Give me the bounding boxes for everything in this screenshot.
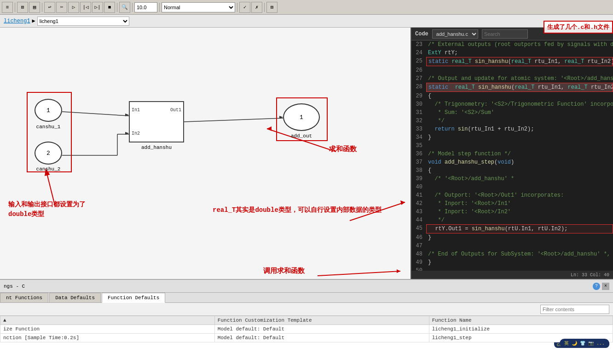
code-content[interactable]: 23 /* External outputs (root outports fe… [411,40,613,271]
row-1-col-1: Model default: Default [214,334,429,342]
toolbar-btn-undo[interactable]: ↩ [44,2,55,13]
breadcrumb-model[interactable]: licheng1 [4,18,30,24]
toolbar-btn-2[interactable]: ⊞ [17,2,28,13]
tab-nt-functions[interactable]: nt Functions [0,293,48,302]
code-line-35: 35 [411,142,613,150]
toolbar-btn-step-fwd[interactable]: ▷| [92,2,103,13]
sep-2 [42,3,42,12]
block-add-hanshu[interactable]: In1 Out1 In2 [129,101,184,142]
toolbar-btn-cut[interactable]: ✂ [56,2,67,13]
code-line-48: 48 /* End of Outputs for SubSystem: '<Ro… [411,250,613,258]
code-search-input[interactable] [482,29,528,39]
code-line-40: 40 [411,183,613,191]
canvas-area[interactable]: 1 canshu_1 2 canshu_2 In1 Out1 In2 add_h… [0,28,411,279]
toolbar-btn-check[interactable]: ✓ [239,2,250,13]
breadcrumb-arrow: ▶ [32,17,35,24]
svg-line-13 [318,271,400,276]
svg-line-4 [184,118,283,122]
code-line-43: 43 * Inport: '<Root>/In2' [411,208,613,216]
code-line-23: 23 /* External outputs (root outports fe… [411,40,613,49]
code-line-29: 29 { [411,92,613,100]
code-line-27: 27 /* Output and update for atomic syste… [411,74,613,83]
sep-6 [237,3,237,12]
code-line-44: 44 */ [411,216,613,224]
cn-text-qiuhe: 求和函数 [329,145,357,154]
bottom-panel-title: ngs - C [4,284,25,289]
bottom-tabs: nt Functions Data Defaults Function Defa… [0,293,613,303]
toolbar-btn-zoom-icon[interactable]: 🔍 [119,2,130,13]
svg-marker-6 [125,132,129,135]
cn-text-real-t: real_T其实是double类型，可以自行设置内部数据的类型 [213,206,382,214]
mode-select[interactable]: Normal [162,2,235,12]
code-line-26: 26 [411,66,613,74]
code-line-36: 36 /* Model step function */ [411,150,613,158]
toolbar-btn-step-back[interactable]: |◁ [80,2,91,13]
watermark: 英 🌙 👕 📷 ... [560,339,609,348]
filter-input[interactable] [540,305,609,314]
bottom-content: ▲ Function Customization Template Functi… [0,316,613,364]
sep-7 [264,3,265,12]
code-panel-header: Code add_hanshu.c add_hanshu.h rtwtypes.… [411,28,613,40]
code-line-46: 46 } [411,233,613,242]
tab-data-defaults[interactable]: Data Defaults [49,293,101,302]
sep-4 [132,3,133,12]
model-select[interactable]: licheng1 [37,17,129,26]
bottom-panel-controls: ? × [593,283,609,290]
toolbar-btn-3[interactable]: ▤ [29,2,40,13]
toolbar-btn-1[interactable]: ≡ [2,2,13,13]
bottom-panel-header: ngs - C ? × [0,280,613,293]
table-row[interactable]: nction [Sample Time:0.2s] Model default:… [0,334,613,342]
code-line-33: 33 return sin(rtu_In1 + rtu_In2); [411,125,613,133]
code-line-25: 25 static real_T sin_hanshu(real_T rtu_I… [411,57,613,66]
watermark-text: 英 🌙 👕 📷 ... [564,340,605,347]
toolbar-btn-play[interactable]: ▷ [68,2,79,13]
svg-marker-12 [400,200,405,205]
svg-marker-10 [267,126,272,131]
port-in2: In2 [132,131,140,136]
sep-1 [15,3,15,12]
code-line-31: 31 * Sum: '<S2>/Sum' [411,108,613,117]
toolbar-btn-grid[interactable]: ⊞ [266,2,278,13]
col-header-0: ▲ [0,316,215,325]
code-panel: Code add_hanshu.c add_hanshu.h rtwtypes.… [411,28,613,279]
bottom-close-button[interactable]: × [602,283,609,290]
breadcrumb-bar: licheng1 ▶ licheng1 [0,15,613,28]
code-line-45: 45 rtY.Out1 = sin_hanshu(rtU.In1, rtU.In… [411,224,613,233]
cn-text-input-output: 输入和输出接口都设置为了double类型 [8,200,86,219]
code-line-32: 32 */ [411,117,613,125]
code-line-50: 50 [411,267,613,271]
col-header-fn-customization: Function Customization Template [214,316,429,325]
code-line-49: 49 } [411,258,613,267]
annotation-files: 生成了几个.c和.h文件 [544,28,613,34]
row-0-col-2: licheng1_initialize [429,325,613,334]
bottom-toolbar [0,303,613,316]
port-out1: Out1 [170,108,181,113]
svg-line-0 [62,112,129,116]
bottom-panel: ngs - C ? × nt Functions Data Defaults F… [0,279,613,364]
sort-arrow-0: ▲ [3,318,6,323]
zoom-input[interactable]: 10.0 [134,2,157,12]
table-row[interactable]: ize Function Model default: Default lich… [0,325,613,334]
row-0-col-1: Model default: Default [214,325,429,334]
code-line-24: 24 ExtY rtY; [411,49,613,57]
code-panel-title: Code [415,31,428,37]
code-line-28: 28 static real_T sin_hanshu(real_T rtu_I… [411,83,613,92]
code-line-47: 47 [411,242,613,250]
canshu-highlight-box [27,92,72,172]
col-header-fn-name: Function Name [429,316,613,325]
tab-function-defaults[interactable]: Function Defaults [102,293,165,303]
function-defaults-table: ▲ Function Customization Template Functi… [0,316,613,342]
toolbar-btn-x[interactable]: ✗ [251,2,262,13]
toolbar-btn-stop[interactable]: ■ [104,2,115,13]
code-line-34: 34 } [411,133,613,142]
help-button[interactable]: ? [593,283,600,290]
row-0-col-0: ize Function [0,325,215,334]
main-area: licheng1 ▶ licheng1 [0,15,613,364]
code-file-select[interactable]: add_hanshu.c add_hanshu.h rtwtypes.h [432,29,478,39]
code-status-bar: Ln: 33 Col: 40 [411,271,613,279]
code-line-38: 38 { [411,166,613,175]
svg-marker-14 [397,269,400,273]
row-1-col-0: nction [Sample Time:0.2s] [0,334,215,342]
code-line-30: 30 /* Trigonometry: '<S2>/Trigonometric … [411,100,613,108]
main-toolbar: ≡ ⊞ ▤ ↩ ✂ ▷ |◁ ▷| ■ 🔍 10.0 Normal ✓ ✗ ⊞ [0,0,613,15]
